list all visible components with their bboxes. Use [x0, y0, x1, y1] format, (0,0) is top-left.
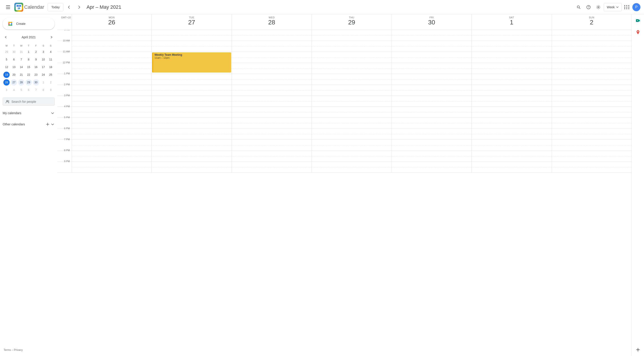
day-cell[interactable]: [472, 74, 551, 85]
day-cell[interactable]: [392, 63, 472, 74]
day-cell[interactable]: [392, 96, 472, 107]
mini-cal-day[interactable]: 5: [18, 86, 25, 94]
mini-cal-day[interactable]: 30: [32, 79, 40, 86]
mini-cal-day[interactable]: 26: [3, 79, 10, 86]
day-cell[interactable]: [232, 118, 312, 129]
day-cell[interactable]: [232, 41, 312, 52]
mini-cal-day[interactable]: 20: [10, 71, 18, 78]
day-cell[interactable]: [232, 30, 312, 41]
privacy-link[interactable]: Privacy: [14, 348, 22, 351]
mini-cal-day[interactable]: 7: [32, 86, 40, 94]
terms-link[interactable]: Terms: [4, 348, 11, 351]
day-cell[interactable]: [552, 63, 632, 74]
day-cell[interactable]: [472, 162, 551, 172]
day-cell[interactable]: Weekly Team Meeting11am – 12pm: [152, 52, 231, 63]
my-calendars-header[interactable]: My calendars: [0, 109, 57, 117]
day-cell[interactable]: [152, 129, 231, 140]
mini-cal-day[interactable]: 2: [32, 48, 40, 56]
day-cell[interactable]: [472, 85, 551, 96]
mini-prev-button[interactable]: [3, 34, 9, 40]
day-cell[interactable]: [72, 74, 152, 85]
day-cell[interactable]: [472, 151, 551, 161]
day-cell[interactable]: [552, 74, 632, 85]
mini-cal-day[interactable]: 12: [3, 64, 10, 71]
mini-cal-day[interactable]: 4: [10, 86, 18, 94]
day-cell[interactable]: [472, 107, 551, 118]
day-cell[interactable]: [232, 63, 312, 74]
user-avatar[interactable]: P: [632, 3, 640, 11]
day-cell[interactable]: [312, 140, 391, 150]
day-cell[interactable]: [472, 140, 551, 150]
day-cell[interactable]: [152, 96, 231, 107]
day-cell[interactable]: [72, 96, 152, 107]
day-cell[interactable]: [552, 107, 632, 118]
day-cell[interactable]: [232, 85, 312, 96]
day-cell[interactable]: [312, 129, 391, 140]
apps-button[interactable]: [622, 3, 632, 12]
day-cell[interactable]: [152, 162, 231, 172]
today-button[interactable]: Today: [48, 3, 63, 11]
day-cell[interactable]: [552, 30, 632, 41]
day-cell[interactable]: [312, 30, 391, 41]
day-cell[interactable]: [472, 30, 551, 41]
mini-cal-day[interactable]: 5: [3, 56, 10, 63]
day-cell[interactable]: [72, 129, 152, 140]
day-cell[interactable]: [72, 140, 152, 150]
day-cell[interactable]: [392, 52, 472, 63]
day-header[interactable]: FRI30: [392, 14, 472, 30]
day-cell[interactable]: [312, 63, 391, 74]
day-cell[interactable]: [392, 129, 472, 140]
day-cell[interactable]: [392, 162, 472, 172]
day-cell[interactable]: [392, 85, 472, 96]
day-cell[interactable]: [552, 140, 632, 150]
day-cell[interactable]: [552, 118, 632, 129]
mini-cal-day[interactable]: 7: [18, 56, 25, 63]
day-cell[interactable]: [392, 140, 472, 150]
day-cell[interactable]: [392, 30, 472, 41]
day-cell[interactable]: [312, 74, 391, 85]
mini-cal-day[interactable]: 27: [10, 79, 18, 86]
day-cell[interactable]: [312, 107, 391, 118]
mini-cal-day[interactable]: 3: [3, 86, 10, 94]
day-cell[interactable]: [312, 162, 391, 172]
day-cell[interactable]: [552, 151, 632, 161]
day-cell[interactable]: [152, 140, 231, 150]
day-cell[interactable]: [472, 96, 551, 107]
mini-cal-day[interactable]: 4: [47, 48, 54, 56]
day-cell[interactable]: [472, 118, 551, 129]
mini-cal-day[interactable]: 8: [25, 56, 32, 63]
search-people-field[interactable]: [12, 100, 52, 103]
day-cell[interactable]: [392, 107, 472, 118]
mini-cal-day[interactable]: 22: [25, 71, 32, 78]
mini-cal-day[interactable]: 31: [18, 48, 25, 56]
day-cell[interactable]: [552, 129, 632, 140]
day-cell[interactable]: [312, 52, 391, 63]
mini-cal-day[interactable]: 29: [25, 79, 32, 86]
google-meet-button[interactable]: [634, 16, 642, 25]
day-cell[interactable]: [72, 41, 152, 52]
day-cell[interactable]: [312, 41, 391, 52]
view-selector[interactable]: Week: [604, 3, 622, 11]
day-cell[interactable]: [72, 30, 152, 41]
day-cell[interactable]: [472, 52, 551, 63]
mini-cal-day[interactable]: 9: [32, 56, 40, 63]
day-cell[interactable]: [312, 151, 391, 161]
mini-cal-day[interactable]: 24: [40, 71, 47, 78]
mini-cal-day[interactable]: 29: [3, 48, 10, 56]
other-calendars-header[interactable]: Other calendars: [0, 120, 57, 128]
day-header[interactable]: SAT1: [472, 14, 551, 30]
day-cell[interactable]: [232, 96, 312, 107]
day-cell[interactable]: [312, 96, 391, 107]
mini-cal-day[interactable]: 11: [47, 56, 54, 63]
mini-cal-day[interactable]: 21: [18, 71, 25, 78]
day-cell[interactable]: [472, 129, 551, 140]
day-cell[interactable]: [552, 52, 632, 63]
day-cell[interactable]: [72, 162, 152, 172]
add-other-calendar-button[interactable]: [46, 122, 50, 126]
add-button[interactable]: [634, 345, 642, 354]
mini-next-button[interactable]: [48, 34, 54, 40]
day-cell[interactable]: [152, 85, 231, 96]
mini-cal-day[interactable]: 1: [25, 48, 32, 56]
mini-cal-day[interactable]: 19: [3, 71, 10, 78]
mini-cal-day[interactable]: 1: [40, 79, 47, 86]
